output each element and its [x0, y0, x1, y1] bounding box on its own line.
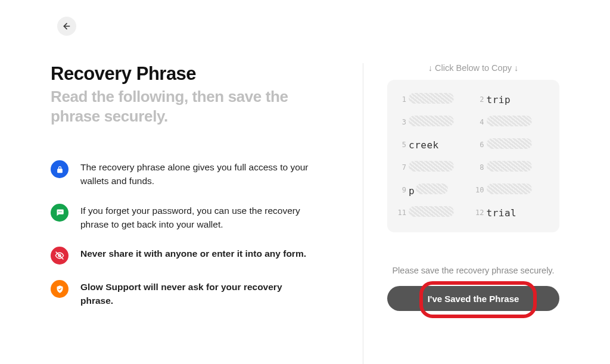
phrase-word: 3 [396, 116, 474, 129]
lock-icon [51, 160, 69, 178]
phrase-word: 1 [396, 93, 474, 106]
bullet-text: If you forget your password, you can use… [80, 204, 313, 232]
redacted-word [409, 206, 454, 217]
redacted-word [409, 161, 454, 172]
phrase-number: 10 [474, 186, 484, 194]
redacted-word [416, 183, 448, 194]
svg-point-2 [59, 211, 60, 213]
bullet-text: Never share it with anyone or enter it i… [80, 247, 306, 260]
phrase-number: 2 [474, 95, 484, 104]
svg-point-3 [60, 211, 61, 213]
phrase-word-text [409, 161, 454, 174]
phrase-word-text [487, 138, 532, 151]
phrase-word-text [487, 183, 532, 197]
phrase-word: 11 [396, 206, 474, 219]
message-icon [51, 204, 69, 222]
phrase-word-text: trial [487, 207, 517, 219]
recovery-phrase-box[interactable]: 12trip345creek6789101112trial [387, 80, 559, 232]
bullet-forget: If you forget your password, you can use… [51, 204, 339, 232]
phrase-number: 5 [396, 141, 406, 149]
saved-phrase-button[interactable]: I've Saved the Phrase [387, 286, 559, 311]
phrase-word-text [409, 93, 454, 106]
svg-point-1 [58, 211, 59, 213]
redacted-word [487, 138, 532, 149]
bullet-text: The recovery phrase alone gives you full… [80, 160, 313, 188]
phrase-word: 6 [474, 138, 552, 151]
save-hint: Please save the recovery phrase securely… [387, 266, 559, 275]
copy-hint: ↓ Click Below to Copy ↓ [387, 63, 559, 73]
phrase-word: 9 [396, 183, 474, 197]
phrase-word-text [487, 161, 532, 174]
phrase-word: 4 [474, 116, 552, 129]
phrase-word-text [409, 183, 448, 197]
bullet-support: Glow Support will never ask for your rec… [51, 280, 339, 308]
back-button[interactable] [57, 17, 76, 36]
eye-off-icon [51, 247, 69, 265]
phrase-word: 10 [474, 183, 552, 197]
phrase-word: 8 [474, 161, 552, 174]
bullet-access: The recovery phrase alone gives you full… [51, 160, 339, 188]
phrase-number: 11 [396, 209, 406, 217]
phrase-number: 4 [474, 118, 484, 126]
redacted-word [487, 161, 532, 172]
redacted-word [487, 116, 532, 126]
bullet-list: The recovery phrase alone gives you full… [51, 160, 339, 308]
bullet-text: Glow Support will never ask for your rec… [80, 280, 313, 308]
phrase-number: 8 [474, 163, 484, 172]
phrase-panel: ↓ Click Below to Copy ↓ 12trip345creek67… [363, 63, 559, 364]
phrase-word: 5creek [396, 138, 474, 151]
phrase-number: 1 [396, 95, 406, 104]
info-panel: Recovery Phrase Read the following, then… [51, 63, 363, 364]
phrase-number: 6 [474, 141, 484, 149]
phrase-word: 12trial [474, 206, 552, 219]
phrase-word-text [409, 116, 454, 129]
phrase-word-text [409, 206, 454, 219]
phrase-word: 7 [396, 161, 474, 174]
redacted-word [409, 116, 454, 126]
redacted-word [487, 183, 532, 194]
phrase-number: 9 [396, 186, 406, 194]
redacted-word [409, 93, 454, 104]
page-title: Recovery Phrase [51, 63, 339, 85]
shield-icon [51, 280, 69, 298]
phrase-number: 7 [396, 163, 406, 172]
phrase-number: 3 [396, 118, 406, 126]
phrase-number: 12 [474, 209, 484, 217]
page-subtitle: Read the following, then save the phrase… [51, 87, 301, 126]
phrase-word-text: creek [409, 139, 439, 151]
bullet-never-share: Never share it with anyone or enter it i… [51, 247, 339, 265]
arrow-left-icon [62, 21, 71, 31]
phrase-word-text: trip [487, 94, 511, 105]
phrase-word: 2trip [474, 93, 552, 106]
phrase-word-text [487, 116, 532, 129]
